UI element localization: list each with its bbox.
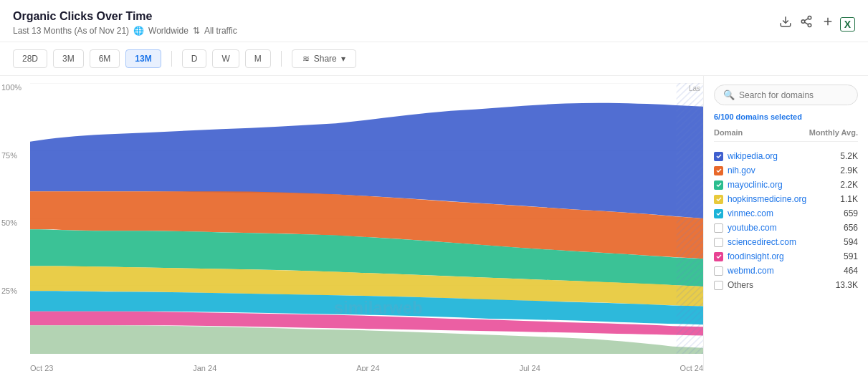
time-btn-13m[interactable]: 13M <box>125 49 161 68</box>
domain-checkbox-vinmec[interactable] <box>714 209 723 218</box>
share-chart-label: Share <box>314 54 337 64</box>
y-label-50: 50% <box>1 218 22 227</box>
svg-rect-13 <box>677 83 703 354</box>
domain-value-vinmec: 659 <box>844 208 858 218</box>
chart-subtitle: Last 13 Months (As of Nov 21) 🌐 Worldwid… <box>13 26 237 36</box>
svg-line-4 <box>805 22 809 24</box>
domain-name-vinmec: vinmec.com <box>728 208 839 218</box>
domain-value-sciencedirect: 594 <box>844 237 858 247</box>
domain-row[interactable]: webmd.com 464 <box>714 264 858 278</box>
x-label-apr24: Apr 24 <box>356 364 379 371</box>
count-value: 6/100 <box>714 112 734 121</box>
share-chart-button[interactable]: ≋ Share ▾ <box>292 49 356 68</box>
domain-row[interactable]: wikipedia.org 5.2K <box>714 149 858 163</box>
domain-checkbox-foodinsight[interactable] <box>714 252 723 261</box>
traffic-label: All traffic <box>204 26 237 36</box>
y-axis: 100% 75% 50% 25% <box>1 83 22 354</box>
domain-name-mayo: mayoclinic.org <box>728 180 836 190</box>
time-btn-3m[interactable]: 3M <box>53 49 84 68</box>
toolbar-divider-2 <box>281 51 282 67</box>
top-bar-left: Organic Clicks Over Time Last 13 Months … <box>13 10 237 36</box>
y-label-100: 100% <box>1 83 22 92</box>
share-chart-icon: ≋ <box>302 54 310 64</box>
chart-area: 100% 75% 50% 25% <box>0 76 703 371</box>
stacked-area-chart <box>30 83 703 354</box>
globe-icon: 🌐 <box>133 26 144 36</box>
domain-name-webmd: webmd.com <box>728 266 839 276</box>
domain-checkbox-others[interactable] <box>714 281 723 290</box>
domain-value-mayo: 2.2K <box>840 180 858 190</box>
last-label: Las <box>689 85 700 92</box>
time-btn-28d[interactable]: 28D <box>13 49 47 68</box>
domain-name-foodinsight: foodinsight.org <box>728 251 839 261</box>
x-label-jan24: Jan 24 <box>193 364 216 371</box>
domain-value-youtube: 656 <box>844 223 858 233</box>
gran-btn-m[interactable]: M <box>245 49 271 68</box>
svg-line-5 <box>805 19 809 21</box>
x-label-oct23: Oct 23 <box>30 364 53 371</box>
count-label: domains selected <box>736 112 802 121</box>
search-icon: 🔍 <box>723 90 735 100</box>
header-monthly: Monthly Avg. <box>809 128 858 137</box>
domain-row[interactable]: nih.gov 2.9K <box>714 163 858 178</box>
toolbar-divider <box>171 51 172 67</box>
search-box[interactable]: 🔍 <box>714 85 858 105</box>
x-axis: Oct 23 Jan 24 Apr 24 Jul 24 Oct 24 <box>30 364 703 371</box>
domain-value-foodinsight: 591 <box>844 251 858 261</box>
domain-list: wikipedia.org 5.2K nih.gov 2.9K mayoclin… <box>714 149 858 292</box>
top-bar-right: X <box>776 12 855 34</box>
excel-button[interactable]: X <box>840 17 855 32</box>
share-button[interactable] <box>797 12 816 34</box>
x-label-oct24: Oct 24 <box>680 364 703 371</box>
svg-point-1 <box>809 16 812 20</box>
x-label-jul24: Jul 24 <box>519 364 540 371</box>
domain-name-youtube: youtube.com <box>728 223 839 233</box>
domain-row[interactable]: vinmec.com 659 <box>714 206 858 221</box>
geo-label: Worldwide <box>148 26 189 36</box>
svg-point-3 <box>809 24 812 27</box>
domain-search-input[interactable] <box>739 90 849 100</box>
domain-value-others: 13.3K <box>836 280 858 290</box>
main-content: 100% 75% 50% 25% <box>0 76 868 371</box>
y-label-25: 25% <box>1 286 22 295</box>
download-button[interactable] <box>776 12 795 34</box>
chart-title: Organic Clicks Over Time <box>13 10 152 22</box>
domain-name-hopkins: hopkinsmedicine.org <box>728 194 836 204</box>
domain-checkbox-youtube[interactable] <box>714 223 723 233</box>
chevron-down-icon: ▾ <box>341 54 345 64</box>
subtitle-date: Last 13 Months (As of Nov 21) <box>13 26 129 36</box>
domain-checkbox-hopkins[interactable] <box>714 195 723 204</box>
domain-name-sciencedirect: sciencedirect.com <box>728 237 839 247</box>
time-btn-6m[interactable]: 6M <box>90 49 120 68</box>
domain-checkbox-sciencedirect[interactable] <box>714 238 723 247</box>
gran-btn-d[interactable]: D <box>182 49 207 68</box>
add-button[interactable] <box>819 12 837 34</box>
domain-name-wikipedia: wikipedia.org <box>728 151 836 161</box>
header-domain: Domain <box>714 128 743 137</box>
domain-row[interactable]: youtube.com 656 <box>714 221 858 235</box>
selected-count: 6/100 domains selected <box>714 112 858 121</box>
domains-header: Domain Monthly Avg. <box>714 128 858 142</box>
top-bar: Organic Clicks Over Time Last 13 Months … <box>0 0 868 42</box>
right-panel: 🔍 6/100 domains selected Domain Monthly … <box>703 76 868 371</box>
domain-row[interactable]: hopkinsmedicine.org 1.1K <box>714 192 858 206</box>
domain-checkbox-mayo[interactable] <box>714 180 723 190</box>
svg-point-2 <box>802 20 806 24</box>
domain-row[interactable]: Others 13.3K <box>714 278 858 292</box>
domain-value-webmd: 464 <box>844 266 858 276</box>
domain-checkbox-wikipedia[interactable] <box>714 152 723 161</box>
domain-value-hopkins: 1.1K <box>840 194 858 204</box>
y-label-75: 75% <box>1 151 22 160</box>
domain-row[interactable]: foodinsight.org 591 <box>714 249 858 264</box>
traffic-icon: ⇅ <box>193 26 200 36</box>
domain-row[interactable]: sciencedirect.com 594 <box>714 235 858 249</box>
domain-checkbox-nih[interactable] <box>714 166 723 175</box>
gran-btn-w[interactable]: W <box>212 49 239 68</box>
domain-row[interactable]: mayoclinic.org 2.2K <box>714 178 858 192</box>
toolbar: 28D 3M 6M 13M D W M ≋ Share ▾ <box>0 42 868 76</box>
domain-name-nih: nih.gov <box>728 165 836 175</box>
domain-checkbox-webmd[interactable] <box>714 266 723 276</box>
domain-value-wikipedia: 5.2K <box>840 151 858 161</box>
domain-name-others: Others <box>728 280 831 290</box>
domain-value-nih: 2.9K <box>840 165 858 175</box>
